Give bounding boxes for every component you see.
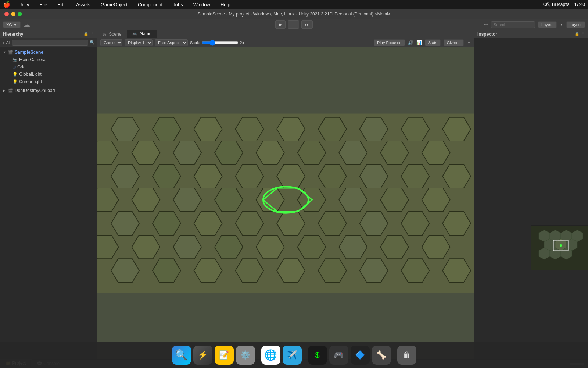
- dock-finder[interactable]: 🔍: [172, 346, 191, 365]
- tab-game[interactable]: 🎮 Game: [127, 30, 157, 38]
- notes-icon: 📝: [219, 350, 229, 360]
- game-toolbar: Game Display 1 Free Aspect Scale 2x Play…: [97, 38, 474, 47]
- stats-button[interactable]: Stats: [425, 39, 441, 46]
- scene-icon: 🎬: [8, 50, 13, 55]
- chrome-icon: 🌐: [264, 349, 277, 361]
- hierarchy-add-button[interactable]: +: [2, 40, 4, 45]
- maincamera-more-icon[interactable]: ⋮: [90, 57, 94, 62]
- asset-store-icon: 🦴: [376, 350, 386, 360]
- launchpad-icon: ⚡: [198, 350, 208, 360]
- title-bar: SampleScene - My project - Windows, Mac,…: [0, 9, 588, 19]
- camera-icon: 📷: [12, 57, 18, 62]
- play-button[interactable]: ▶: [275, 20, 286, 29]
- dock-divider-3: [394, 348, 394, 362]
- dontdestroy-label: DontDestroyOnLoad: [15, 88, 55, 93]
- minimize-button[interactable]: [11, 12, 15, 16]
- pause-button[interactable]: ⏸: [288, 20, 299, 29]
- dock-unity-hub[interactable]: 🎮: [329, 346, 348, 365]
- grid-icon: ⊞: [12, 65, 16, 70]
- layout-button[interactable]: Layout: [566, 21, 585, 28]
- aspect-ratio-select[interactable]: Free Aspect: [155, 39, 188, 46]
- main-layout: Hierarchy 🔓 ⋮ + All 🔍 ▼ 🎬 SampleScene 📷 …: [0, 30, 588, 359]
- terminal-icon: $: [315, 350, 319, 360]
- unity-icon: 🔷: [355, 350, 365, 360]
- menu-edit[interactable]: Edit: [55, 2, 68, 7]
- hierarchy-item-grid[interactable]: ⊞ Grid: [0, 63, 97, 71]
- dontdestroy-more-icon[interactable]: ⋮: [90, 88, 94, 93]
- dock-asset-store[interactable]: 🦴: [372, 346, 391, 365]
- minimap-camera-dot: [560, 244, 562, 247]
- hierarchy-item-maincamera[interactable]: 📷 Main Camera ⋮: [0, 56, 97, 63]
- hierarchy-item-samplescene[interactable]: ▼ 🎬 SampleScene: [0, 49, 97, 56]
- hierarchy-item-cursorlight[interactable]: 💡 CursorLight: [0, 78, 97, 85]
- menu-window[interactable]: Window: [191, 2, 212, 7]
- tab-scene[interactable]: ◎ Scene: [97, 30, 127, 38]
- step-button[interactable]: ⏭: [301, 20, 313, 29]
- play-focused-button[interactable]: Play Focused: [374, 39, 405, 46]
- dock-systemprefs[interactable]: ⚙️: [236, 346, 255, 365]
- hierarchy-lock-icon[interactable]: 🔓: [83, 32, 89, 36]
- dock-terminal[interactable]: $: [308, 346, 327, 365]
- search-input[interactable]: [491, 21, 535, 28]
- dock-launchpad[interactable]: ⚡: [193, 346, 212, 365]
- scene-tabs: ◎ Scene 🎮 Game ⋮: [97, 30, 474, 38]
- menu-assets[interactable]: Assets: [74, 2, 93, 7]
- hierarchy-all-label: All: [6, 40, 10, 45]
- hierarchy-toolbar: + All 🔍: [0, 38, 97, 47]
- inspector-menu-icon[interactable]: ⋮: [581, 32, 585, 36]
- layers-dropdown-icon[interactable]: ▼: [560, 22, 563, 26]
- dock-trash[interactable]: 🗑: [397, 346, 416, 365]
- fullscreen-button[interactable]: [18, 12, 22, 16]
- scale-slider[interactable]: [202, 40, 239, 46]
- game-display-select[interactable]: Game: [100, 39, 122, 46]
- hierarchy-panel: Hierarchy 🔓 ⋮ + All 🔍 ▼ 🎬 SampleScene 📷 …: [0, 30, 97, 359]
- inspector-header: Inspector 🔓 ⋮: [474, 30, 588, 38]
- game-tab-label: Game: [140, 31, 152, 36]
- stats-icon[interactable]: 📊: [416, 40, 422, 45]
- globallight-icon: 💡: [12, 72, 18, 77]
- game-display1-select[interactable]: Display 1: [125, 39, 153, 46]
- dock-unity[interactable]: 🔷: [351, 346, 370, 365]
- dock-divider-1: [258, 348, 258, 362]
- hex-grid-svg: /* hex grid drawn inline */: [97, 47, 474, 359]
- menu-gameobject[interactable]: GameObject: [98, 2, 130, 7]
- close-button[interactable]: [4, 12, 9, 16]
- scale-area: Scale 2x: [190, 40, 244, 46]
- dock-divider-2: [305, 348, 305, 362]
- inspector-title: Inspector: [477, 32, 497, 37]
- menu-file[interactable]: File: [37, 2, 50, 7]
- layers-button[interactable]: Layers: [538, 21, 557, 28]
- scale-value: 2x: [240, 40, 244, 45]
- telegram-icon: ✈️: [287, 350, 297, 360]
- inspector-panel: Inspector 🔓 ⋮: [474, 30, 588, 359]
- undo-icon[interactable]: ↩: [484, 22, 488, 27]
- dock-notes[interactable]: 📝: [215, 346, 234, 365]
- menu-help[interactable]: Help: [218, 2, 233, 7]
- scene-menu-icon[interactable]: ⋮: [464, 31, 474, 38]
- apple-menu[interactable]: 🍎: [3, 1, 10, 8]
- hierarchy-item-globallight[interactable]: 💡 GlobalLight: [0, 71, 97, 78]
- xg-dropdown[interactable]: XG ▼: [3, 21, 21, 28]
- menu-component[interactable]: Component: [136, 2, 165, 7]
- scene-tab-icon: ◎: [103, 32, 106, 36]
- scene-area: ◎ Scene 🎮 Game ⋮ Game Display 1 Free Asp…: [97, 30, 474, 359]
- inspector-lock-icon[interactable]: 🔓: [574, 32, 580, 36]
- hierarchy-header: Hierarchy 🔓 ⋮: [0, 30, 97, 38]
- hierarchy-search-input[interactable]: [12, 40, 88, 46]
- dock-chrome[interactable]: 🌐: [261, 346, 280, 365]
- menu-unity[interactable]: Unity: [16, 2, 32, 7]
- finder-icon: 🔍: [175, 349, 188, 361]
- unity-hub-icon: 🎮: [334, 350, 344, 360]
- game-viewport[interactable]: /* hex grid drawn inline */: [97, 47, 474, 359]
- cloud-icon[interactable]: ☁: [24, 21, 30, 29]
- gizmos-button[interactable]: Gizmos: [444, 39, 464, 46]
- hierarchy-menu-icon[interactable]: ⋮: [90, 32, 94, 36]
- hierarchy-search-icon[interactable]: 🔍: [90, 40, 95, 45]
- grid-label: Grid: [17, 64, 26, 70]
- menu-jobs[interactable]: Jobs: [171, 2, 185, 7]
- audio-icon[interactable]: 🔊: [408, 40, 413, 45]
- globallight-label: GlobalLight: [19, 72, 42, 77]
- hierarchy-item-dontdestroy[interactable]: ▶ 🎬 DontDestroyOnLoad ⋮: [0, 87, 97, 94]
- dock-telegram[interactable]: ✈️: [283, 346, 302, 365]
- inspector-content: [474, 38, 588, 359]
